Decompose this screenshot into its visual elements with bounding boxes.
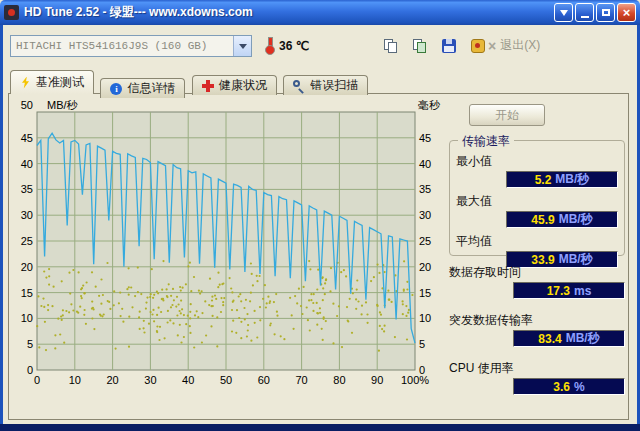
svg-text:20: 20 — [21, 261, 33, 273]
stat-minimum-value: 5.2 MB/秒 — [506, 171, 618, 188]
tab-strip: 基准测试 信息详情 健康状况 错误扫描 — [10, 70, 630, 94]
svg-text:35: 35 — [21, 183, 33, 195]
svg-text:60: 60 — [258, 374, 270, 386]
svg-text:15: 15 — [419, 287, 431, 299]
svg-text:40: 40 — [419, 158, 431, 170]
tab-benchmark[interactable]: 基准测试 — [10, 70, 94, 94]
stat-burst-rate-value: 83.4 MB/秒 — [513, 330, 625, 347]
stat-minimum-unit: MB/秒 — [555, 171, 589, 188]
magnifier-icon — [293, 80, 305, 92]
stat-access-time-number: 17.3 — [547, 284, 570, 298]
svg-text:20: 20 — [419, 261, 431, 273]
down-arrow-icon — [560, 10, 568, 20]
stat-burst-rate-unit: MB/秒 — [566, 330, 600, 347]
stat-minimum-number: 5.2 — [535, 173, 552, 187]
app-window: HD Tune 2.52 - 绿盟--- www.xdowns.com × HI… — [0, 0, 640, 431]
stat-maximum-value: 45.9 MB/秒 — [506, 211, 618, 228]
tab-error-scan[interactable]: 错误扫描 — [283, 75, 368, 95]
svg-text:25: 25 — [21, 235, 33, 247]
stat-cpu-usage-unit: % — [574, 380, 585, 394]
drive-select-dropdown-button[interactable] — [233, 36, 251, 56]
copy-icon — [384, 39, 397, 52]
svg-text:30: 30 — [419, 209, 431, 221]
stat-maximum-number: 45.9 — [531, 213, 554, 227]
lightning-icon — [20, 77, 31, 89]
svg-text:40: 40 — [21, 158, 33, 170]
stat-minimum-label: 最小值 — [456, 153, 618, 170]
close-button[interactable]: × — [617, 3, 636, 22]
stat-access-time: 数据存取时间 17.3 ms — [449, 264, 625, 299]
svg-text:70: 70 — [295, 374, 307, 386]
window-border-left — [0, 25, 3, 431]
svg-text:10: 10 — [419, 312, 431, 324]
svg-text:MB/秒: MB/秒 — [47, 99, 79, 111]
health-cross-icon — [202, 80, 214, 92]
options-icon — [471, 39, 485, 53]
svg-text:15: 15 — [21, 287, 33, 299]
tab-benchmark-label: 基准测试 — [36, 74, 84, 91]
toolbar: HITACHI HTS541616J9S (160 GB) 36 ℃ × 退出(… — [3, 25, 637, 70]
svg-text:90: 90 — [371, 374, 383, 386]
tab-error-scan-label: 错误扫描 — [310, 77, 358, 94]
toolbar-buttons — [378, 33, 490, 58]
svg-text:80: 80 — [333, 374, 345, 386]
tab-info-label: 信息详情 — [127, 80, 175, 97]
svg-text:5: 5 — [419, 338, 425, 350]
temperature-indicator: 36 ℃ — [265, 36, 309, 55]
svg-text:45: 45 — [419, 132, 431, 144]
tab-health-label: 健康状况 — [219, 77, 267, 94]
benchmark-chart: 50MB/秒毫秒00551010151520202525303035354040… — [11, 98, 445, 400]
title-bar: HD Tune 2.52 - 绿盟--- www.xdowns.com × — [0, 0, 640, 25]
exit-x-icon: × — [488, 39, 496, 53]
floppy-disk-icon — [442, 39, 456, 53]
svg-text:5: 5 — [27, 338, 33, 350]
svg-text:50: 50 — [21, 99, 33, 111]
drive-select-value: HITACHI HTS541616J9S (160 GB) — [11, 40, 233, 52]
svg-text:30: 30 — [144, 374, 156, 386]
start-button[interactable]: 开始 — [469, 104, 545, 126]
svg-text:毫秒: 毫秒 — [418, 99, 441, 111]
tab-info[interactable]: 信息详情 — [100, 78, 185, 98]
tab-health[interactable]: 健康状况 — [192, 75, 277, 95]
stat-average: 平均值 33.9 MB/秒 — [456, 233, 618, 268]
maximize-icon — [602, 9, 610, 16]
temperature-value: 36 ℃ — [279, 39, 309, 53]
svg-text:40: 40 — [182, 374, 194, 386]
svg-text:35: 35 — [419, 183, 431, 195]
download-button[interactable] — [554, 3, 573, 22]
stat-access-time-value: 17.3 ms — [513, 282, 625, 299]
svg-text:10: 10 — [21, 312, 33, 324]
svg-text:45: 45 — [21, 132, 33, 144]
save-button[interactable] — [436, 33, 461, 58]
svg-text:25: 25 — [419, 235, 431, 247]
stat-minimum: 最小值 5.2 MB/秒 — [456, 153, 618, 188]
chevron-down-icon — [239, 44, 247, 53]
stat-burst-rate-label: 突发数据传输率 — [449, 312, 625, 329]
maximize-button[interactable] — [596, 3, 615, 22]
stat-access-time-unit: ms — [574, 284, 591, 298]
extra-stats: 数据存取时间 17.3 ms 突发数据传输率 83.4 MB/秒 CPU 使用率… — [449, 264, 625, 408]
svg-text:20: 20 — [106, 374, 118, 386]
copy-image-button[interactable] — [407, 33, 432, 58]
app-icon — [4, 5, 19, 20]
window-title: HD Tune 2.52 - 绿盟--- www.xdowns.com — [24, 4, 552, 21]
stat-cpu-usage-value: 3.6 % — [513, 378, 625, 395]
transfer-rate-group: 传输速率 最小值 5.2 MB/秒 最大值 45.9 MB/秒 平均值 33.9 — [449, 140, 625, 256]
info-icon — [110, 83, 122, 95]
close-icon: × — [623, 4, 631, 21]
copy-image-icon — [413, 39, 426, 52]
svg-text:100%: 100% — [401, 374, 429, 386]
stat-maximum-label: 最大值 — [456, 193, 618, 210]
minimize-button[interactable] — [575, 3, 594, 22]
copy-text-button[interactable] — [378, 33, 403, 58]
stat-maximum: 最大值 45.9 MB/秒 — [456, 193, 618, 228]
drive-select[interactable]: HITACHI HTS541616J9S (160 GB) — [10, 35, 252, 57]
options-button[interactable] — [465, 33, 490, 58]
svg-text:50: 50 — [220, 374, 232, 386]
minimize-icon — [581, 16, 589, 18]
stat-cpu-usage-number: 3.6 — [553, 380, 570, 394]
transfer-rate-group-title: 传输速率 — [458, 133, 514, 150]
svg-text:0: 0 — [34, 374, 40, 386]
exit-button[interactable]: × 退出(X) — [488, 37, 540, 54]
svg-text:30: 30 — [21, 209, 33, 221]
